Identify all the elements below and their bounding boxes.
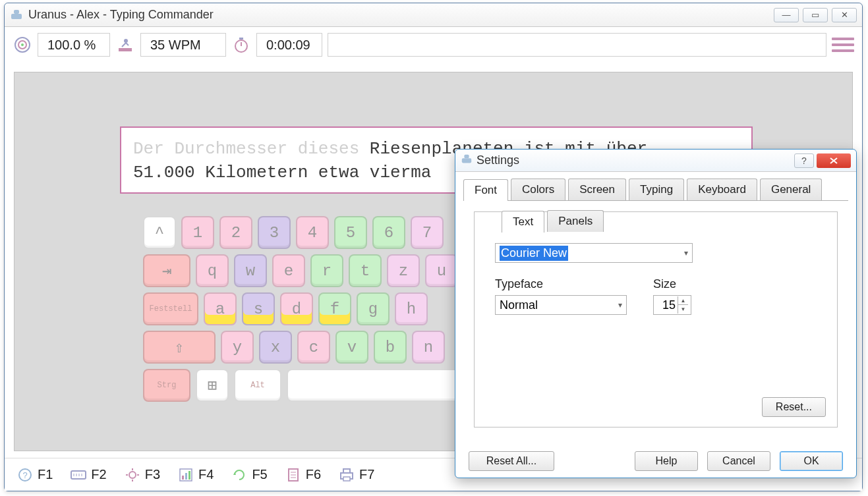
key-3[interactable]: 3: [258, 216, 291, 249]
svg-rect-1: [14, 10, 19, 14]
maximize-button[interactable]: ▭: [803, 8, 828, 22]
key-win[interactable]: ⊞: [196, 369, 229, 402]
gear-icon: [124, 466, 141, 483]
key-z[interactable]: z: [387, 254, 420, 287]
key-g[interactable]: g: [357, 292, 390, 325]
svg-text:?: ?: [22, 470, 27, 480]
key-7[interactable]: 7: [411, 216, 444, 249]
key-caret[interactable]: ^: [143, 216, 176, 249]
subtab-panels[interactable]: Panels: [547, 210, 604, 232]
svg-rect-25: [188, 471, 190, 480]
key-d[interactable]: d: [280, 292, 313, 325]
size-label: Size: [653, 277, 691, 291]
time-value: 0:00:09: [256, 33, 322, 57]
subtab-text[interactable]: Text: [502, 211, 544, 233]
key-4[interactable]: 4: [296, 216, 329, 249]
svg-rect-0: [11, 14, 22, 19]
svg-rect-24: [185, 473, 187, 480]
refresh-icon: [231, 466, 248, 483]
size-spinner[interactable]: ▲ ▼: [653, 295, 691, 315]
stopwatch-icon: [231, 35, 251, 55]
f7-button[interactable]: F7: [338, 466, 374, 483]
chart-icon: [177, 466, 194, 483]
f3-button[interactable]: F3: [124, 466, 160, 483]
key-y[interactable]: y: [221, 331, 254, 364]
pending-text-2: 51.000 Kilometern etwa vierma: [133, 163, 431, 182]
svg-rect-12: [71, 471, 86, 479]
app-icon: [10, 9, 23, 22]
accuracy-value: 100.0 %: [38, 33, 110, 57]
runner-icon: [115, 35, 135, 55]
key-capslock[interactable]: Feststell: [143, 292, 198, 325]
document-icon: [285, 466, 302, 483]
help-icon: ?: [16, 466, 34, 483]
ok-button[interactable]: OK: [780, 451, 843, 471]
key-tab[interactable]: ⇥: [143, 254, 190, 287]
help-button[interactable]: Help: [635, 451, 698, 471]
tab-typing[interactable]: Typing: [629, 179, 684, 200]
window-title: Uranus - Alex - Typing Commander: [28, 8, 214, 22]
key-s[interactable]: s: [242, 292, 275, 325]
font-name-value: Courier New: [500, 246, 568, 261]
key-w[interactable]: w: [234, 254, 267, 287]
f2-button[interactable]: F2: [70, 466, 106, 483]
typeface-combo[interactable]: Normal ▾: [495, 295, 627, 315]
key-x[interactable]: x: [259, 331, 292, 364]
menu-button[interactable]: [832, 35, 854, 55]
tab-colors[interactable]: Colors: [511, 179, 565, 200]
key-n[interactable]: n: [412, 331, 445, 364]
settings-dialog: Settings ? Font Colors Screen Typing Key…: [455, 149, 857, 478]
key-r[interactable]: r: [310, 254, 343, 287]
key-q[interactable]: q: [196, 254, 229, 287]
typeface-value: Normal: [500, 298, 538, 312]
spinner-up[interactable]: ▲: [678, 296, 688, 305]
svg-rect-5: [119, 48, 132, 51]
key-b[interactable]: b: [374, 331, 407, 364]
cancel-button[interactable]: Cancel: [707, 451, 770, 471]
spinner-down[interactable]: ▼: [678, 305, 688, 314]
key-a[interactable]: a: [204, 292, 237, 325]
svg-point-4: [21, 43, 24, 46]
f5-button[interactable]: F5: [231, 466, 267, 483]
dialog-close-button[interactable]: [817, 153, 851, 168]
dialog-buttons: Reset All... Help Cancel OK: [455, 451, 856, 471]
size-input[interactable]: [654, 298, 678, 313]
dialog-help-button[interactable]: ?: [794, 153, 814, 168]
tab-keyboard[interactable]: Keyboard: [687, 179, 757, 200]
tab-screen[interactable]: Screen: [568, 179, 626, 200]
key-2[interactable]: 2: [219, 216, 252, 249]
key-shift[interactable]: ⇧: [143, 331, 216, 364]
key-c[interactable]: c: [297, 331, 330, 364]
key-5[interactable]: 5: [334, 216, 367, 249]
key-f[interactable]: f: [318, 292, 351, 325]
key-ctrl[interactable]: Strg: [143, 369, 190, 402]
f6-button[interactable]: F6: [285, 466, 321, 483]
progress-bar: [328, 33, 826, 57]
key-h[interactable]: h: [395, 292, 428, 325]
key-6[interactable]: 6: [372, 216, 405, 249]
chevron-down-icon: ▾: [618, 300, 622, 310]
minimize-button[interactable]: —: [774, 8, 799, 22]
dialog-titlebar: Settings ?: [455, 150, 856, 172]
close-button[interactable]: ✕: [832, 8, 857, 22]
key-v[interactable]: v: [335, 331, 368, 364]
keyboard-icon: [70, 466, 87, 483]
tab-font[interactable]: Font: [463, 179, 508, 201]
reset-button[interactable]: Reset...: [762, 397, 826, 417]
key-t[interactable]: t: [349, 254, 382, 287]
reset-all-button[interactable]: Reset All...: [469, 451, 554, 471]
f4-button[interactable]: F4: [177, 466, 214, 483]
printer-icon: [338, 466, 355, 483]
chevron-down-icon: ▾: [684, 248, 688, 258]
f1-button[interactable]: ? F1: [16, 466, 53, 483]
wpm-value: 35 WPM: [140, 33, 226, 57]
tab-general[interactable]: General: [760, 179, 822, 200]
key-alt[interactable]: Alt: [234, 369, 281, 402]
key-e[interactable]: e: [272, 254, 305, 287]
svg-rect-35: [464, 155, 469, 158]
dialog-app-icon: [461, 153, 473, 167]
key-1[interactable]: 1: [181, 216, 214, 249]
key-u[interactable]: u: [425, 254, 458, 287]
font-name-combo[interactable]: Courier New ▾: [495, 243, 693, 263]
font-form: Courier New ▾ Typeface Normal ▾ Size ▲ ▼: [495, 243, 817, 315]
